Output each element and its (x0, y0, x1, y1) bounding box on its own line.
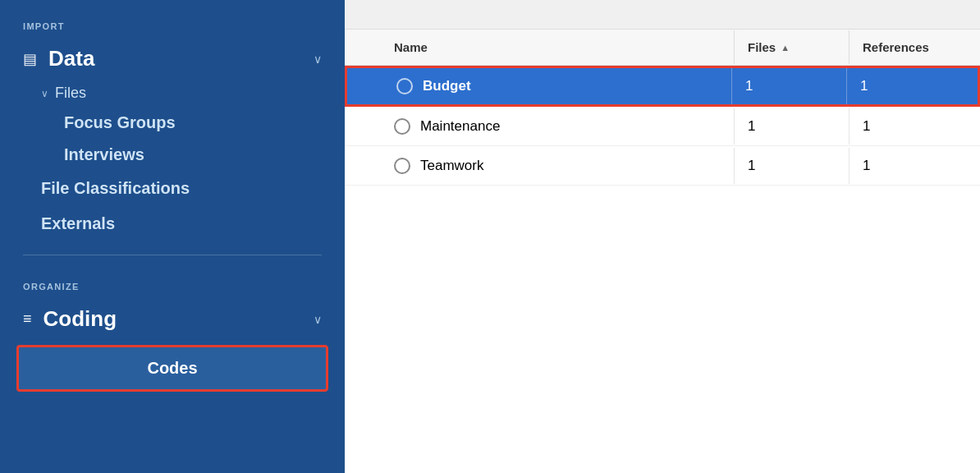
row-files-budget: 1 (731, 68, 846, 104)
files-parent-item[interactable]: ∨ Files (41, 80, 345, 107)
col-header-files[interactable]: Files ▲ (734, 30, 849, 64)
table-row[interactable]: Budget 1 1 (345, 66, 980, 107)
sidebar: IMPORT ▤ Data ∨ ∨ Files Focus Groups Int… (0, 0, 345, 473)
radio-teamwork (394, 158, 410, 174)
table-area: Name Files ▲ References Budget 1 1 Maint… (345, 30, 980, 473)
row-refs-teamwork: 1 (849, 148, 980, 184)
coding-icon: ≡ (23, 310, 32, 328)
maintenance-label: Maintenance (420, 118, 500, 135)
files-col-label: Files (748, 40, 776, 54)
row-name-maintenance: Maintenance (345, 108, 734, 145)
sidebar-divider (23, 255, 322, 255)
row-files-maintenance: 1 (734, 108, 849, 145)
sidebar-item-externals[interactable]: Externals (0, 206, 345, 241)
import-section-label: IMPORT (0, 8, 345, 38)
coding-chevron-icon: ∨ (314, 313, 322, 326)
sidebar-item-codes[interactable]: Codes (16, 345, 328, 392)
data-chevron-icon: ∨ (314, 53, 322, 66)
sidebar-item-focus-groups[interactable]: Focus Groups (54, 107, 345, 139)
table-row[interactable]: Maintenance 1 1 (345, 107, 980, 146)
sort-arrow-icon: ▲ (781, 43, 790, 53)
table-header: Name Files ▲ References (345, 30, 980, 66)
teamwork-label: Teamwork (420, 158, 483, 174)
files-sub-items: Focus Groups Interviews (41, 107, 345, 171)
row-files-teamwork: 1 (734, 148, 849, 184)
row-refs-budget: 1 (846, 68, 978, 104)
main-content: Name Files ▲ References Budget 1 1 Maint… (345, 0, 980, 473)
row-refs-maintenance: 1 (849, 108, 980, 145)
data-label: Data (48, 46, 302, 71)
files-label: Files (55, 85, 86, 102)
radio-maintenance (394, 118, 410, 135)
col-header-name: Name (345, 30, 734, 64)
sidebar-item-coding[interactable]: ≡ Coding ∨ (0, 298, 345, 340)
row-name-budget: Budget (347, 68, 731, 104)
coding-label: Coding (44, 306, 302, 332)
files-section: ∨ Files Focus Groups Interviews (0, 80, 345, 171)
col-header-references: References (849, 30, 980, 64)
top-bar (345, 0, 980, 30)
sidebar-item-data[interactable]: ▤ Data ∨ (0, 38, 345, 80)
table-row[interactable]: Teamwork 1 1 (345, 146, 980, 186)
organize-section-label: ORGANIZE (0, 269, 345, 298)
radio-budget (396, 78, 413, 94)
sidebar-item-interviews[interactable]: Interviews (54, 139, 345, 171)
data-icon: ▤ (23, 50, 37, 68)
row-name-teamwork: Teamwork (345, 148, 734, 184)
files-chevron-icon: ∨ (41, 88, 48, 99)
budget-label: Budget (423, 78, 471, 94)
sidebar-item-file-classifications[interactable]: File Classifications (0, 171, 345, 206)
